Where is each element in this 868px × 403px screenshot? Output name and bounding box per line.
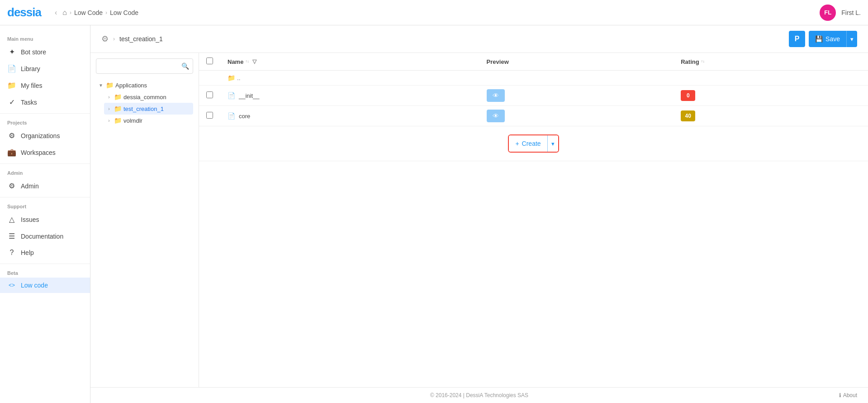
sidebar-item-organizations[interactable]: ⚙ Organizations <box>0 127 90 144</box>
row-core-checkbox-cell <box>199 106 220 126</box>
tree-children: › 📁 dessia_common › 📁 test_creation_1 › … <box>104 91 193 126</box>
tree-folder-icon-volmdlr: 📁 <box>114 117 122 124</box>
sidebar-item-issues[interactable]: △ Issues <box>0 211 90 228</box>
sidebar-item-tasks[interactable]: ✓ Tasks <box>0 94 90 110</box>
tree-item-test-creation[interactable]: › 📁 test_creation_1 <box>104 103 193 115</box>
row-init-preview: 👁 <box>479 86 674 106</box>
main-layout: Main menu ✦ Bot store 📄 Library 📁 My fil… <box>0 25 868 403</box>
help-icon: ? <box>7 249 16 257</box>
sidebar-divider-1 <box>0 113 90 114</box>
row-core-rating: 40 <box>674 106 868 126</box>
row-dotdot-preview <box>479 71 674 86</box>
header-right: FL First L. <box>820 5 861 21</box>
rating-badge-core: 40 <box>681 110 695 121</box>
sidebar-label-low-code: Low code <box>21 282 83 289</box>
tree-item-applications[interactable]: ▼ 📁 Applications <box>96 79 193 91</box>
sidebar-item-help[interactable]: ? Help <box>0 245 90 261</box>
sidebar-item-bot-store[interactable]: ✦ Bot store <box>0 43 90 60</box>
file-explorer: 🔍 ▼ 📁 Applications › 📁 dessia_common › <box>90 53 868 387</box>
tree-chevron-dessia: › <box>106 95 112 100</box>
sidebar-divider-3 <box>0 197 90 197</box>
tree-folder-icon-applications: 📁 <box>106 82 114 89</box>
name-sort[interactable]: Name ↑↓ ▽ <box>228 58 256 65</box>
avatar[interactable]: FL <box>820 5 836 21</box>
rating-sort[interactable]: Rating ↑↓ <box>681 58 704 65</box>
btn-p[interactable]: P <box>789 31 805 47</box>
search-input[interactable] <box>100 63 181 70</box>
tree-item-dessia-common[interactable]: › 📁 dessia_common <box>104 91 193 103</box>
row-init-checkbox[interactable] <box>206 91 213 98</box>
create-cell: + Create ▾ <box>199 126 868 161</box>
tree-folder-icon-dessia: 📁 <box>114 93 122 101</box>
create-button[interactable]: + Create <box>509 135 547 152</box>
app-logo: dessia <box>7 5 41 19</box>
about-link[interactable]: ℹ About <box>839 392 857 398</box>
preview-btn-init[interactable]: 👁 <box>487 89 505 102</box>
search-box: 🔍 <box>96 58 193 74</box>
user-name: First L. <box>841 9 861 16</box>
row-dotdot-rating <box>674 71 868 86</box>
about-icon: ℹ <box>839 392 841 398</box>
breadcrumb-back[interactable]: ‹ <box>52 7 60 19</box>
sidebar-item-admin[interactable]: ⚙ Admin <box>0 178 90 194</box>
breadcrumb-lowcode-2[interactable]: Low Code <box>110 9 138 16</box>
create-dropdown-button[interactable]: ▾ <box>547 135 558 152</box>
sidebar-item-low-code[interactable]: <> Low code <box>0 278 90 293</box>
sidebar-label-bot-store: Bot store <box>21 48 83 56</box>
dotdot-icon: 📁 .. <box>228 74 241 82</box>
rating-sort-icon: ↑↓ <box>701 60 705 63</box>
breadcrumb-chevron-1: › <box>70 10 71 16</box>
row-init-name: 📄 __init__ <box>220 86 479 106</box>
sidebar-item-documentation[interactable]: ☰ Documentation <box>0 228 90 245</box>
th-select-all <box>199 53 220 71</box>
preview-btn-core[interactable]: 👁 <box>487 110 505 122</box>
tree-chevron-applications: ▼ <box>98 83 104 88</box>
tree-chevron-test: › <box>106 106 112 111</box>
sidebar-label-organizations: Organizations <box>21 132 83 139</box>
tree-item-volmdlr[interactable]: › 📁 volmdlr <box>104 115 193 126</box>
save-label: Save <box>825 35 840 43</box>
tree-folder-icon-test: 📁 <box>114 105 122 112</box>
select-all-checkbox[interactable] <box>206 58 213 64</box>
row-init-checkbox-cell <box>199 86 220 106</box>
name-sort-icon: ↑↓ <box>245 60 249 63</box>
topbar-actions: P 💾 Save ▾ <box>789 31 857 47</box>
support-label: Support <box>0 200 90 211</box>
table-body: 📁 .. <box>199 71 868 161</box>
save-dropdown-arrow[interactable]: ▾ <box>846 31 857 47</box>
file-icon-init: 📄 <box>228 92 235 99</box>
topbar-folder-icon: ⚙ <box>101 34 109 44</box>
sidebar-item-library[interactable]: 📄 Library <box>0 60 90 77</box>
table-row: 📁 .. <box>199 71 868 86</box>
sidebar: Main menu ✦ Bot store 📄 Library 📁 My fil… <box>0 25 90 403</box>
save-button[interactable]: 💾 Save <box>809 31 846 47</box>
tree-label-volmdlr: volmdlr <box>123 117 142 124</box>
sidebar-label-tasks: Tasks <box>21 99 83 106</box>
footer-copyright: © 2016-2024 | DessiA Technologies SAS <box>430 392 528 398</box>
preview-label: Preview <box>487 58 509 65</box>
left-panel: 🔍 ▼ 📁 Applications › 📁 dessia_common › <box>90 53 199 387</box>
row-core-checkbox[interactable] <box>206 112 213 119</box>
row-core-preview: 👁 <box>479 106 674 126</box>
sidebar-label-my-files: My files <box>21 82 83 89</box>
table-header: Name ↑↓ ▽ Preview <box>199 53 868 71</box>
footer: © 2016-2024 | DessiA Technologies SAS ℹ … <box>90 387 868 403</box>
name-label: Name <box>228 58 243 65</box>
create-label: Create <box>522 140 541 147</box>
name-filter-icon[interactable]: ▽ <box>252 58 256 65</box>
th-preview: Preview <box>479 53 674 71</box>
sidebar-label-issues: Issues <box>21 216 83 223</box>
tasks-icon: ✓ <box>7 98 16 106</box>
table-row: 📄 core 👁 40 <box>199 106 868 126</box>
init-label: __init__ <box>239 92 260 99</box>
issues-icon: △ <box>7 215 16 224</box>
sidebar-label-help: Help <box>21 249 83 256</box>
sidebar-item-workspaces[interactable]: 💼 Workspaces <box>0 144 90 161</box>
sidebar-item-my-files[interactable]: 📁 My files <box>0 77 90 94</box>
about-label: About <box>843 392 857 398</box>
top-header: dessia ‹ ⌂ › Low Code › Low Code FL Firs… <box>0 0 868 25</box>
rating-badge-init: 0 <box>681 90 695 101</box>
beta-label: Beta <box>0 267 90 278</box>
breadcrumb-lowcode-1[interactable]: Low Code <box>74 9 103 16</box>
table-scroll: Name ↑↓ ▽ Preview <box>199 53 868 387</box>
